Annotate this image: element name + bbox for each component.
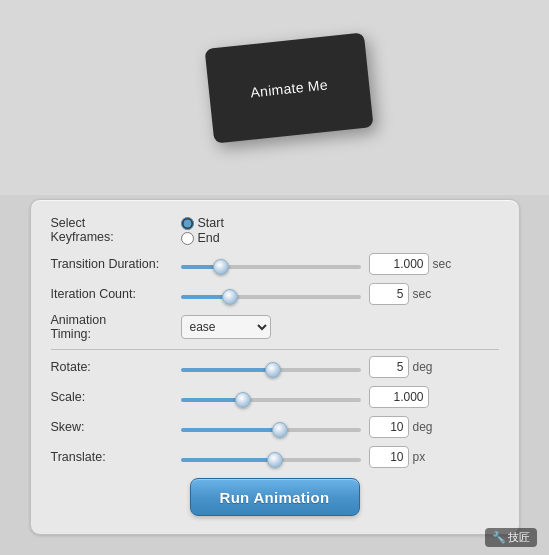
translate-unit: px bbox=[413, 450, 437, 464]
watermark-icon: 🔧 bbox=[492, 531, 506, 544]
iteration-count-slider[interactable] bbox=[181, 295, 361, 299]
rotate-input[interactable]: 5 bbox=[369, 356, 409, 378]
radio-end-input[interactable] bbox=[181, 232, 194, 245]
radio-start[interactable]: Start bbox=[181, 216, 224, 230]
iteration-count-label: Iteration Count: bbox=[51, 287, 181, 301]
watermark-text: 技匠 bbox=[508, 530, 530, 545]
skew-input[interactable]: 10 bbox=[369, 416, 409, 438]
iteration-count-unit: sec bbox=[413, 287, 437, 301]
scale-row: Scale: 1.000 bbox=[51, 386, 499, 408]
animate-card-label: Animate Me bbox=[249, 76, 328, 100]
skew-label: Skew: bbox=[51, 420, 181, 434]
preview-area: Animate Me bbox=[0, 0, 549, 195]
run-animation-button[interactable]: Run Animation bbox=[190, 478, 360, 516]
radio-start-input[interactable] bbox=[181, 217, 194, 230]
skew-slider[interactable] bbox=[181, 428, 361, 432]
skew-unit: deg bbox=[413, 420, 437, 434]
rotate-slider-container bbox=[181, 360, 361, 375]
scale-label: Scale: bbox=[51, 390, 181, 404]
rotate-slider[interactable] bbox=[181, 368, 361, 372]
translate-input[interactable]: 10 bbox=[369, 446, 409, 468]
skew-slider-container bbox=[181, 420, 361, 435]
radio-end[interactable]: End bbox=[181, 231, 224, 245]
iteration-count-row: Iteration Count: 5 sec bbox=[51, 283, 499, 305]
radio-start-label: Start bbox=[198, 216, 224, 230]
iteration-count-slider-container bbox=[181, 287, 361, 302]
scale-slider[interactable] bbox=[181, 398, 361, 402]
translate-label: Translate: bbox=[51, 450, 181, 464]
rotate-unit: deg bbox=[413, 360, 437, 374]
radio-end-label: End bbox=[198, 231, 220, 245]
scale-input[interactable]: 1.000 bbox=[369, 386, 429, 408]
transition-duration-input[interactable]: 1.000 bbox=[369, 253, 429, 275]
animation-timing-row: Animation Timing: ease linear ease-in ea… bbox=[51, 313, 499, 341]
animate-card: Animate Me bbox=[204, 32, 373, 143]
control-panel: Select Keyframes: Start End Transition D… bbox=[30, 199, 520, 535]
skew-row: Skew: 10 deg bbox=[51, 416, 499, 438]
scale-slider-container bbox=[181, 390, 361, 405]
transition-duration-slider[interactable] bbox=[181, 265, 361, 269]
keyframes-label: Select Keyframes: bbox=[51, 216, 181, 244]
watermark: 🔧 技匠 bbox=[485, 528, 537, 547]
transition-duration-unit: sec bbox=[433, 257, 457, 271]
translate-row: Translate: 10 px bbox=[51, 446, 499, 468]
translate-slider[interactable] bbox=[181, 458, 361, 462]
rotate-label: Rotate: bbox=[51, 360, 181, 374]
transition-duration-slider-container bbox=[181, 257, 361, 272]
transition-duration-label: Transition Duration: bbox=[51, 257, 181, 271]
translate-slider-container bbox=[181, 450, 361, 465]
transition-duration-row: Transition Duration: 1.000 sec bbox=[51, 253, 499, 275]
timing-select[interactable]: ease linear ease-in ease-out ease-in-out bbox=[181, 315, 271, 339]
divider bbox=[51, 349, 499, 350]
rotate-row: Rotate: 5 deg bbox=[51, 356, 499, 378]
keyframes-row: Select Keyframes: Start End bbox=[51, 216, 499, 245]
keyframes-options: Start End bbox=[181, 216, 224, 245]
animation-timing-label: Animation Timing: bbox=[51, 313, 181, 341]
iteration-count-input[interactable]: 5 bbox=[369, 283, 409, 305]
